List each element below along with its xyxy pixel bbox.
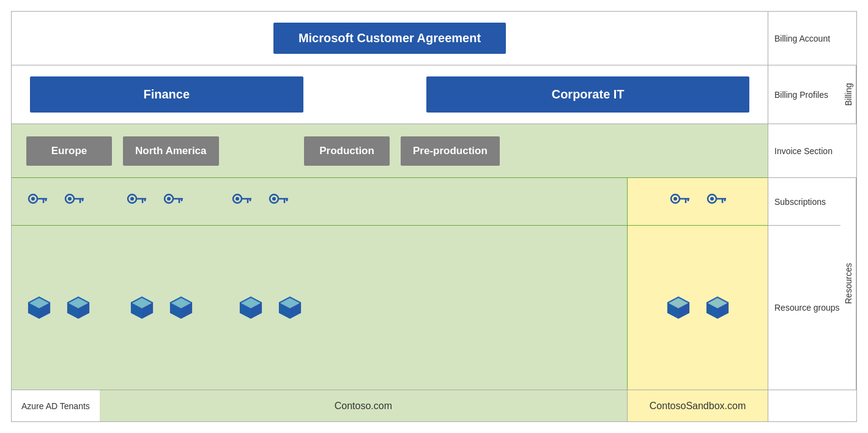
resource-groups-left xyxy=(12,226,627,390)
svg-point-11 xyxy=(130,197,134,201)
billing-profiles-row-label: Billing Profiles xyxy=(774,90,828,100)
key-icon-6 xyxy=(267,191,289,213)
contoso-label: Contoso.com xyxy=(335,401,392,412)
billing-rotated-label: Billing xyxy=(840,65,856,124)
svg-point-16 xyxy=(167,197,171,201)
subscriptions-resources-cell: Subscriptions Resource groups Resources xyxy=(768,178,856,390)
svg-point-1 xyxy=(31,197,35,201)
preprod-section-box: Pre-production xyxy=(401,136,500,166)
subscriptions-row xyxy=(12,178,768,226)
cube-icon-8 xyxy=(705,295,730,320)
cube-icon-5 xyxy=(238,295,264,320)
north-america-label: North America xyxy=(135,145,207,157)
billing-profiles-row: Finance Corporate IT xyxy=(12,65,768,124)
cube-icon-1 xyxy=(26,295,52,320)
production-section-box: Production xyxy=(304,136,390,166)
svg-point-21 xyxy=(236,197,239,201)
invoice-section-label-cell: Invoice Section xyxy=(768,124,856,178)
subscriptions-preprod xyxy=(627,178,768,225)
green-area: Europe North America Production Pre-prod… xyxy=(12,124,768,390)
cube-icon-2 xyxy=(65,295,91,320)
contoso-tenant-box: Contoso.com xyxy=(100,390,627,421)
key-icon-2 xyxy=(63,191,85,213)
resource-groups-label-cell: Resource groups xyxy=(768,226,840,390)
svg-point-31 xyxy=(673,197,677,201)
sandbox-label: ContosoSandbox.com xyxy=(650,401,746,412)
resource-groups-row xyxy=(12,226,768,390)
diagram-frame: Microsoft Customer Agreement Finance Cor… xyxy=(11,11,857,422)
svg-point-36 xyxy=(710,197,714,201)
subscriptions-label-cell: Subscriptions xyxy=(768,178,840,226)
mca-label: Microsoft Customer Agreement xyxy=(299,31,481,45)
content-and-labels: Microsoft Customer Agreement Finance Cor… xyxy=(12,12,856,421)
north-america-section-box: North America xyxy=(123,136,219,166)
finance-label: Finance xyxy=(143,87,190,102)
cube-icon-7 xyxy=(666,295,691,320)
sub-rg-labels: Subscriptions Resource groups xyxy=(768,178,840,390)
key-icon-5 xyxy=(231,191,253,213)
invoice-section-row-label: Invoice Section xyxy=(774,146,833,156)
key-icon-3 xyxy=(125,191,147,213)
tenants-row: Azure AD Tenants Contoso.com ContosoSand… xyxy=(12,390,768,421)
finance-profile-box: Finance xyxy=(30,76,303,113)
billing-account-row: Microsoft Customer Agreement xyxy=(12,12,768,65)
production-label: Production xyxy=(319,145,374,157)
europe-section-box: Europe xyxy=(26,136,112,166)
resources-vertical-text: Resources xyxy=(844,264,853,305)
billing-profiles-label-cell: Billing Profiles Billing xyxy=(768,65,856,124)
svg-point-6 xyxy=(68,197,72,201)
right-label-col: Billing Account Billing Profiles Billing… xyxy=(768,12,856,421)
key-icon-7 xyxy=(669,191,691,213)
billing-account-row-label: Billing Account xyxy=(774,34,830,43)
tenants-label: Azure AD Tenants xyxy=(12,401,100,411)
sandbox-tenant-box: ContosoSandbox.com xyxy=(627,390,768,421)
content-area: Microsoft Customer Agreement Finance Cor… xyxy=(12,12,768,421)
cube-icon-4 xyxy=(168,295,194,320)
cube-icon-6 xyxy=(277,295,303,320)
billing-profiles-text: Billing Profiles xyxy=(768,65,840,124)
tenant-row-spacer xyxy=(768,390,856,421)
invoice-sections-row: Europe North America Production Pre-prod… xyxy=(12,124,768,178)
europe-label: Europe xyxy=(51,145,87,157)
subscriptions-row-label: Subscriptions xyxy=(774,197,826,207)
corporate-it-label: Corporate IT xyxy=(552,87,625,102)
key-icon-8 xyxy=(705,191,727,213)
resource-groups-preprod xyxy=(627,226,768,390)
tenants-text: Azure AD Tenants xyxy=(21,401,90,411)
cube-icon-3 xyxy=(129,295,155,320)
key-icon-1 xyxy=(26,191,48,213)
diagram-container: Microsoft Customer Agreement Finance Cor… xyxy=(0,0,868,433)
subscriptions-left xyxy=(12,178,627,225)
key-icon-4 xyxy=(162,191,184,213)
resources-rotated-label: Resources xyxy=(840,178,856,390)
svg-point-26 xyxy=(272,197,276,201)
corporate-it-profile-box: Corporate IT xyxy=(426,76,749,113)
mca-box: Microsoft Customer Agreement xyxy=(273,23,506,54)
preprod-label: Pre-production xyxy=(413,145,488,157)
resource-groups-row-label: Resource groups xyxy=(774,303,840,313)
billing-account-label-cell: Billing Account xyxy=(768,12,856,65)
billing-vertical-text: Billing xyxy=(844,83,853,106)
